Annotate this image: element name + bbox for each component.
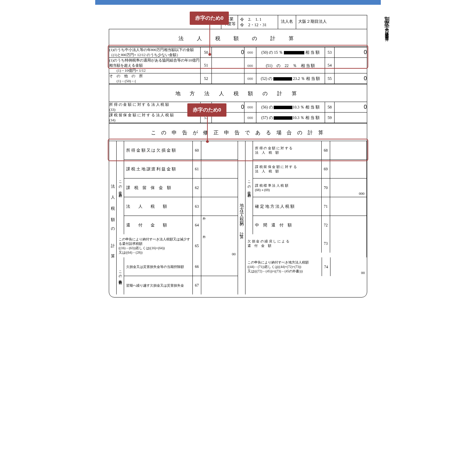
calc-row-52: そ の 他 の 所 (1)－(50)－(52000(52) の 23.2 ％ 相… <box>109 73 367 84</box>
corr-row-64: 還 付 金 額64外 <box>124 216 238 234</box>
corr-left-top: 所 得 金 額 又 は 欠 損 金 額60課 税 土 地 譲 渡 利 益 金 額… <box>124 141 238 234</box>
corr-row-72: 中 間 還 付 額72 <box>253 216 367 234</box>
corr-value <box>201 257 238 276</box>
row-result: 0 <box>334 73 367 84</box>
corr-value <box>330 197 367 216</box>
row-desc: (1)のうち特例税率の適用がある協同組合等の年10億円相当額を超える金額 (1)… <box>109 58 201 73</box>
row-desc: そ の 他 の 所 (1)－(50)－( <box>109 73 201 84</box>
side-title: 別表一次葉 令二・四・一以後終了事業年度等分 <box>383 12 390 35</box>
row-no2: 59 <box>325 113 334 123</box>
row-thousands: 000 <box>244 58 256 73</box>
corr-value: 外 <box>201 216 238 234</box>
corr-right-top: 所 得 の 金 額 に 対 す る 法 人 税 額68課 税 留 保 金 額 に… <box>253 141 367 234</box>
corr-no: 70 <box>322 178 330 197</box>
row-desc: 所 得 の 金 額 に 対 す る 法 人 税 額 (33) <box>109 102 201 113</box>
corr-no: 72 <box>322 216 330 234</box>
corr-value: 00外 <box>201 234 238 257</box>
section2-title: 地 方 法 人 税 額 の 計 算 <box>109 84 367 102</box>
redacted-rate <box>274 116 292 120</box>
corr-label: 還 付 金 額 <box>124 216 193 234</box>
corp-label: 法人名 <box>278 15 296 29</box>
row-value <box>211 58 244 73</box>
row-thousands: 000 <box>244 47 256 58</box>
row-rate-desc: (51) の 22 ％ 相 当 額 <box>256 58 325 73</box>
row-result: 0 <box>334 102 367 113</box>
corr-no: 69 <box>322 160 330 178</box>
corr-no: 62 <box>193 178 201 197</box>
section1-title: 法 人 税 額 の 計 算 <box>109 29 367 47</box>
corr-right-bot: この申告により納付すべき地方法人税額 ((44)－(71))若しくは((44)+… <box>245 257 367 294</box>
form-header: 事業 年度等 令 2. 1. 1 令 2・12・31 法人名 大阪２期目法人 <box>221 15 367 29</box>
corr-label: 課 税 留 保 金 額 <box>124 178 193 197</box>
corr-no: 67 <box>193 276 201 294</box>
corr-label: 欠 損 金 の 繰 戻 し に よ る 還 付 金 額 <box>245 234 322 253</box>
corr-label: 所 得 金 額 又 は 欠 損 金 額 <box>124 141 193 159</box>
corr-label: 所 得 の 金 額 に 対 す る 法 人 税 額 <box>253 141 322 159</box>
row-rate-desc: (50) の 15 ％ 相 当 額 <box>256 47 325 58</box>
redacted-rate <box>273 77 292 81</box>
corr-no: 65 <box>193 234 201 257</box>
corr-no: 66 <box>193 257 201 276</box>
row-rate-desc: (57) の 10.3 ％ 相 当 額 <box>256 113 325 123</box>
callout-1-text: 赤字のため0 <box>195 15 223 21</box>
row-thousands: 000 <box>244 113 256 123</box>
corr-value <box>330 234 367 253</box>
corr-value <box>201 197 238 216</box>
section1-rows: (1)のうち中小法人等の年800万円相当額以下の金額 （(1)と800万円× 1… <box>109 47 367 84</box>
corr-right-title: 地方法人税額の計算 <box>238 141 245 294</box>
callout-2-text: 赤字のため0 <box>193 107 221 113</box>
redacted-rate <box>274 106 292 109</box>
row-result <box>334 58 367 73</box>
corr-row-61: 課 税 土 地 譲 渡 利 益 金 額61 <box>124 160 238 178</box>
corr-label: 課 税 標 準 法 人 税 額 (68)＋(69) <box>253 178 322 197</box>
corr-value: 000 <box>330 178 367 197</box>
row-desc: 課 税 留 保 金 額 に 対 す る 法 人 税 額 (34) <box>109 113 201 123</box>
corr-label: この申告により納付すべき地方法人税額 ((44)－(71))若しくは((44)+… <box>245 257 322 276</box>
corr-right-mid: 欠 損 金 の 繰 戻 し に よ る 還 付 金 額73 <box>245 234 367 257</box>
corr-row-70: 課 税 標 準 法 人 税 額 (68)＋(69)70000 <box>253 178 367 197</box>
corr-value <box>330 216 367 234</box>
corr-label: 翌期へ繰り越す欠損金又は災害損失金 <box>124 276 193 294</box>
corr-row-74: この申告により納付すべき地方法人税額 ((44)－(71))若しくは((44)+… <box>245 257 367 276</box>
corr-row-68: 所 得 の 金 額 に 対 す る 法 人 税 額68 <box>253 141 367 160</box>
corp-name: 大阪２期目法人 <box>296 15 367 29</box>
corr-label: 欠損金又は災害損失金等の当期控除額 <box>124 257 193 276</box>
row-no2: 55 <box>325 73 334 84</box>
corr-row-60: 所 得 金 額 又 は 欠 損 金 額60 <box>124 141 238 160</box>
row-no2: 58 <box>325 102 334 113</box>
corr-label: 確 定 地 方 法 人 税 額 <box>253 197 322 216</box>
corr-row-69: 課 税 留 保 金 額 に 対 す る 法 人 税 額69 <box>253 160 367 178</box>
row-result <box>334 113 367 123</box>
row-value <box>211 73 244 84</box>
corr-value <box>201 178 238 197</box>
corr-right-subtitle: この申告前の <box>245 141 253 234</box>
row-rate-desc: (52) の 23.2 ％ 相 当 額 <box>256 73 325 84</box>
row-no2: 53 <box>325 47 334 58</box>
calc-row-51: (1)のうち特例税率の適用がある協同組合等の年10億円相当額を超える金額 (1)… <box>109 58 367 73</box>
callout-deficit-2: 赤字のため0 <box>187 103 226 117</box>
side-title-main: 別表一次葉 <box>384 12 390 19</box>
corr-no: 61 <box>193 160 201 178</box>
corr-row-73: 欠 損 金 の 繰 戻 し に よ る 還 付 金 額73 <box>245 234 367 253</box>
corr-value: 00 <box>330 257 367 276</box>
corr-label: 法 人 税 額 <box>124 197 193 216</box>
corr-row-63: 法 人 税 額63 <box>124 197 238 216</box>
side-title-sub: 令二・四・一以後終了事業年度等分 <box>385 24 389 35</box>
corr-label: 中 間 還 付 額 <box>253 216 322 234</box>
corr-left-subtitle: この申告前の <box>117 141 124 234</box>
corr-value <box>201 141 238 159</box>
row-rate-desc: (56) の 10.3 ％ 相 当 額 <box>256 102 325 113</box>
corr-row-66: 欠損金又は災害損失金等の当期控除額66 <box>124 257 238 276</box>
date-to: 令 2・12・31 <box>240 22 276 28</box>
corr-left-bottom-label: この申告前の <box>117 257 124 294</box>
corr-left-bot: 欠損金又は災害損失金等の当期控除額66翌期へ繰り越す欠損金又は災害損失金67 <box>124 257 238 294</box>
corr-no: 68 <box>322 141 330 159</box>
row-no: 52 <box>201 73 211 84</box>
corr-no: 74 <box>322 257 330 276</box>
calc-row-57: 課 税 留 保 金 額 に 対 す る 法 人 税 額 (34)57000(57… <box>109 113 367 123</box>
corr-row-67: 翌期へ繰り越す欠損金又は災害損失金67 <box>124 276 238 294</box>
row-value: 0 <box>211 47 244 58</box>
row-desc: (1)のうち中小法人等の年800万円相当額以下の金額 （(1)と800万円× 1… <box>109 47 201 58</box>
corr-left-title: 法 人 税 額 の 計 算 <box>109 141 117 294</box>
corr-value <box>201 276 238 294</box>
